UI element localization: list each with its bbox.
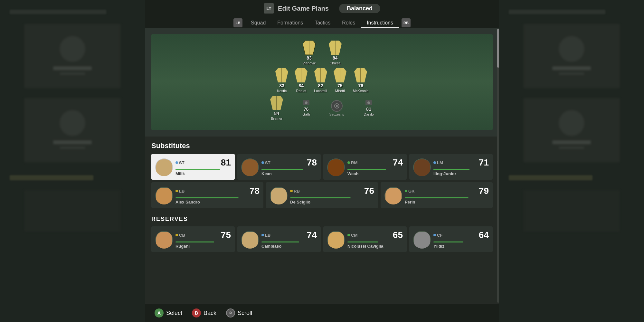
player-name-milik: Milik	[175, 171, 231, 176]
pos-dot-milik	[175, 161, 178, 164]
tab-roles[interactable]: Roles	[336, 18, 361, 28]
pos-dot-cambiaso	[261, 234, 264, 236]
tab-squad[interactable]: Squad	[245, 18, 271, 28]
right-card-1	[523, 24, 620, 88]
pos-rating-de-sciglio: RB 76	[290, 186, 374, 195]
rating-rugani: 75	[221, 231, 231, 240]
btn-b-icon[interactable]: B	[192, 308, 201, 317]
player-card-de-sciglio[interactable]: RB 76 De Sciglio	[266, 182, 378, 208]
player-mckennie[interactable]: 76 McKennie	[353, 68, 369, 93]
pos-text-de-sciglio: RB	[294, 189, 300, 194]
select-label: Select	[166, 310, 182, 317]
player-kostic[interactable]: 83 Kostić	[275, 68, 288, 93]
player-rabiot[interactable]: 84 Rabiot	[295, 68, 308, 93]
scrollbar[interactable]	[497, 29, 499, 303]
rating-perin: 79	[479, 186, 489, 195]
btn-r-icon[interactable]: R̂	[226, 308, 235, 317]
pos-dot-kean	[261, 161, 264, 164]
player-name-kean: Kean	[261, 171, 317, 176]
pos-rating-yildiz: CF 64	[433, 231, 489, 240]
player-info-milik: ST 81 Milik	[175, 158, 231, 176]
player-info-kean: ST 78 Kean	[261, 158, 317, 176]
pos-dot-perin	[405, 190, 407, 192]
reserves-grid: CB 75 Rugani	[151, 226, 493, 252]
action-back[interactable]: B Back	[192, 308, 216, 317]
pos-badge-nicolussi: CM	[347, 233, 357, 238]
right-background	[499, 0, 644, 322]
rating-bar-weah	[347, 169, 386, 170]
player-name-yildiz: Yıldız	[433, 244, 489, 249]
pos-dot-rugani	[175, 234, 178, 236]
player-name-nicolussi: Nicolussi Caviglia	[347, 244, 403, 249]
player-face-alex-sandro	[155, 187, 173, 204]
player-locatelli[interactable]: 82 Locatelli	[314, 68, 327, 93]
btn-a-icon[interactable]: A	[155, 308, 164, 317]
player-card-yildiz[interactable]: CF 64 Yıldız	[409, 226, 493, 252]
player-card-weah[interactable]: RM 74 Weah	[323, 154, 407, 180]
pos-rating-rugani: CB 75	[175, 231, 231, 240]
pos-rating-kean: ST 78	[261, 158, 317, 167]
action-scroll[interactable]: R̂ Scroll	[226, 308, 252, 317]
player-card-rugani[interactable]: CB 75 Rugani	[151, 226, 235, 252]
pos-badge-cambiaso: LB	[261, 233, 270, 238]
rating-nicolussi: 65	[393, 231, 403, 240]
scrollbar-thumb[interactable]	[497, 29, 499, 68]
player-card-nicolussi[interactable]: CM 65 Nicolussi Caviglia	[323, 226, 407, 252]
player-card-perin[interactable]: GK 79 Perin	[381, 182, 493, 208]
header: LT Edit Game Plans Balanced LB Squad For…	[145, 0, 499, 28]
scroll-label: Scroll	[238, 310, 252, 317]
player-info-nicolussi: CM 65 Nicolussi Caviglia	[347, 231, 403, 249]
player-face-nicolussi	[327, 231, 345, 249]
pos-badge-de-sciglio: RB	[290, 189, 300, 194]
pos-rating-alex-sandro: LB 78	[175, 186, 260, 195]
player-card-iling[interactable]: LM 71 Iling-Junior	[409, 154, 493, 180]
player-card-cambiaso[interactable]: LB 74 Cambiaso	[237, 226, 321, 252]
player-danilo[interactable]: 81 Danilo	[364, 100, 374, 116]
substitutes-title: Substitutes	[151, 137, 493, 154]
game-plan-badge: Balanced	[339, 4, 380, 13]
rb-badge[interactable]: RB	[402, 18, 411, 27]
player-chiesa[interactable]: 84 Chiesa	[329, 41, 342, 65]
player-name-cambiaso: Cambiaso	[261, 244, 317, 249]
player-face-yildiz	[413, 231, 431, 249]
tab-tactics[interactable]: Tactics	[309, 18, 336, 28]
action-select[interactable]: A Select	[155, 308, 182, 317]
left-card-2	[24, 98, 121, 162]
pos-rating-weah: RM 74	[347, 158, 403, 167]
reserves-title: RESERVES	[151, 211, 493, 226]
goalkeeper-token: Szczęsny	[329, 100, 344, 116]
content-area[interactable]: 83 Vlahović 84 Chiesa	[145, 28, 499, 304]
player-bremer[interactable]: 84 Bremer	[270, 96, 283, 120]
pos-badge-yildiz: CF	[433, 233, 442, 238]
player-face-kean	[241, 158, 259, 176]
player-gatti[interactable]: 76 Gatti	[302, 100, 310, 116]
pos-text-rugani: CB	[179, 233, 185, 238]
player-face-iling	[413, 158, 431, 176]
player-face-cambiaso	[241, 231, 259, 249]
pos-rating-milik: ST 81	[175, 158, 231, 167]
pos-dot-iling	[433, 161, 436, 164]
pos-text-yildiz: CF	[437, 233, 442, 238]
left-card-1	[24, 24, 121, 88]
title-bar: LT Edit Game Plans Balanced	[264, 3, 380, 14]
pos-dot-alex-sandro	[175, 190, 178, 192]
tab-formations[interactable]: Formations	[271, 18, 309, 28]
player-face-perin	[384, 187, 402, 204]
lt-badge[interactable]: LT	[264, 3, 274, 14]
player-face-weah	[327, 158, 345, 176]
rating-bar-perin	[405, 197, 469, 198]
player-info-rugani: CB 75 Rugani	[175, 231, 231, 249]
player-vlahovic[interactable]: 83 Vlahović	[302, 41, 316, 65]
player-miretti[interactable]: 75 Miretti	[334, 68, 346, 93]
rating-alex-sandro: 78	[250, 186, 260, 195]
pos-text-nicolussi: CM	[351, 233, 357, 238]
lb-badge[interactable]: LB	[233, 18, 242, 27]
player-card-milik[interactable]: ST 81 Milik	[151, 154, 235, 180]
tab-instructions[interactable]: Instructions	[361, 18, 399, 28]
pos-badge-weah: RM	[347, 160, 357, 165]
bottom-bar: A Select B Back R̂ Scroll	[145, 304, 499, 322]
player-card-alex-sandro[interactable]: LB 78 Alex Sandro	[151, 182, 263, 208]
player-card-kean[interactable]: ST 78 Kean	[237, 154, 321, 180]
player-info-alex-sandro: LB 78 Alex Sandro	[175, 186, 260, 204]
rating-bar-cambiaso	[261, 242, 299, 242]
